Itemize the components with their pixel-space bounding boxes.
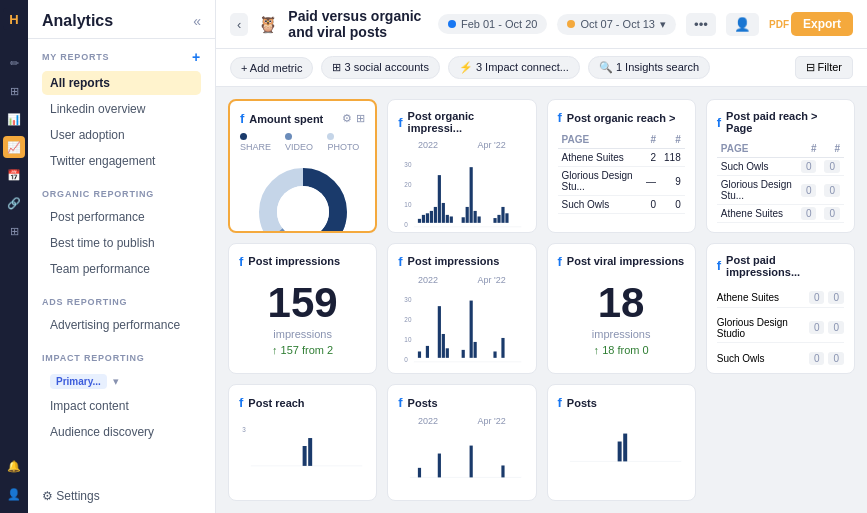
svg-rect-47: [418, 468, 421, 478]
card-posts-chart: f Posts 2022 Apr '22: [387, 384, 536, 501]
date-range-1[interactable]: Feb 01 - Oct 20: [438, 14, 547, 34]
add-report-btn[interactable]: +: [192, 49, 201, 65]
card-post-organic-reach: f Post organic reach > PAGE # # Athene S…: [547, 99, 696, 233]
svg-rect-33: [438, 306, 441, 358]
nav-link-icon[interactable]: 🔗: [3, 192, 25, 214]
col-hash2-header: #: [660, 131, 685, 149]
fb-icon-organic-reach: f: [558, 110, 562, 125]
page-title: Paid versus organic and viral posts: [288, 8, 428, 40]
svg-text:10: 10: [405, 201, 413, 208]
sidebar-item-twitter[interactable]: Twitter engagement: [42, 149, 201, 173]
card-amount-spent: f Amount spent ⚙ ⊞ SHARE VIDEO PHOTO: [228, 99, 377, 233]
date-dot-2: [567, 20, 575, 28]
impact-badge[interactable]: Primary...: [50, 374, 107, 389]
nav-user-icon[interactable]: 👤: [3, 483, 25, 505]
svg-rect-10: [426, 213, 429, 223]
imp-bar-chart-svg: 30 20 10 0: [398, 285, 525, 375]
sidebar-item-best-time[interactable]: Best time to publish: [42, 231, 201, 255]
card-posts-minimal: f Posts: [547, 384, 696, 501]
sidebar-item-linkedin[interactable]: Linkedin overview: [42, 97, 201, 121]
card-header-post-reach: f Post reach: [239, 395, 366, 410]
sidebar-item-ads-perf[interactable]: Advertising performance: [42, 313, 201, 337]
card-header-paid-imp: f Post paid impressions...: [717, 254, 844, 278]
brand-icon: H: [3, 8, 25, 30]
impressions-value: 159: [268, 282, 338, 324]
svg-rect-49: [470, 446, 473, 478]
viral-impressions-change: ↑ 18 from 0: [594, 344, 649, 356]
posts-chart-years: 2022 Apr '22: [398, 416, 525, 426]
chart-years: 2022 Apr '22: [398, 140, 525, 150]
sidebar-item-impact-content[interactable]: Impact content: [42, 394, 201, 418]
svg-text:30: 30: [405, 161, 413, 168]
paid-imp-rows: Athene Suites 00 Glorious Design Studio …: [717, 284, 844, 368]
sidebar-item-user-adoption[interactable]: User adoption: [42, 123, 201, 147]
add-metric-btn[interactable]: + Add metric: [230, 57, 313, 79]
svg-rect-32: [426, 345, 429, 357]
fb-icon-organic-imp: f: [398, 115, 402, 130]
expand-icon-amount-spent[interactable]: ⊞: [356, 112, 365, 125]
metrics-grid: f Amount spent ⚙ ⊞ SHARE VIDEO PHOTO: [216, 87, 867, 513]
svg-rect-35: [446, 348, 449, 358]
user-button[interactable]: 👤: [726, 13, 759, 36]
nav-apps-icon[interactable]: ⊞: [3, 220, 25, 242]
nav-grid-icon[interactable]: ⊞: [3, 80, 25, 102]
sidebar-item-team-perf[interactable]: Team performance: [42, 257, 201, 281]
svg-rect-50: [502, 465, 505, 477]
zero-badge-2b: 0: [828, 321, 844, 334]
back-button[interactable]: ‹: [230, 13, 248, 36]
bar-chart-svg: 30 20 10 0: [398, 150, 525, 233]
settings-link[interactable]: ⚙ Settings: [28, 479, 215, 513]
nav-compose-icon[interactable]: ✏: [3, 52, 25, 74]
zero-badge-1b: 0: [828, 291, 844, 304]
page-name: Athene Suites: [558, 149, 643, 167]
filter-button[interactable]: ⊟ Filter: [795, 56, 854, 79]
nav-chart-icon[interactable]: 📊: [3, 108, 25, 130]
table-row: Glorious Design Stu... 0 0: [717, 176, 844, 205]
svg-rect-34: [442, 333, 445, 357]
svg-rect-14: [442, 203, 445, 223]
page-name: Athene Suites: [717, 205, 797, 223]
col-page-header: PAGE: [558, 131, 643, 149]
svg-rect-37: [470, 300, 473, 357]
date-range-2[interactable]: Oct 07 - Oct 13 ▾: [557, 14, 676, 35]
val1: 0: [642, 196, 660, 214]
nav-bell-icon[interactable]: 🔔: [3, 455, 25, 477]
val2: 9: [660, 167, 685, 196]
table-row: Such Owls 0 0: [558, 196, 685, 214]
post-reach-chart: 3: [239, 416, 366, 490]
zero-badge: 0: [801, 184, 817, 197]
nav-calendar-icon[interactable]: 📅: [3, 164, 25, 186]
card-title-posts-minimal: Posts: [567, 397, 597, 409]
sidebar-collapse-btn[interactable]: «: [193, 13, 201, 29]
sidebar-item-post-perf[interactable]: Post performance: [42, 205, 201, 229]
zero-badge-3b: 0: [828, 352, 844, 365]
fb-icon-posts-minimal: f: [558, 395, 562, 410]
svg-rect-8: [418, 219, 421, 223]
svg-rect-17: [462, 217, 465, 223]
zero-badge: 0: [824, 160, 840, 173]
card-header-posts-minimal: f Posts: [558, 395, 685, 410]
card-title-paid-reach: Post paid reach > Page: [726, 110, 844, 134]
sidebar-item-audience[interactable]: Audience discovery: [42, 420, 201, 444]
sidebar: Analytics « MY REPORTS + All reports Lin…: [28, 0, 216, 513]
impact-connect-btn[interactable]: ⚡ 3 Impact connect...: [448, 56, 580, 79]
sidebar-item-all-reports[interactable]: All reports: [42, 71, 201, 95]
paid-imp-page-2: Glorious Design Studio: [717, 317, 809, 339]
svg-text:3: 3: [242, 426, 246, 433]
fb-icon-post-reach: f: [239, 395, 243, 410]
more-button[interactable]: •••: [686, 13, 716, 36]
post-reach-svg: 3: [239, 416, 366, 476]
section-ads-label: ADS REPORTING: [42, 297, 201, 307]
export-button[interactable]: Export: [791, 12, 853, 36]
posts-minimal-svg: [558, 416, 685, 471]
settings-icon-amount-spent[interactable]: ⚙: [342, 112, 352, 125]
col-hash2-header: #: [820, 140, 844, 158]
insights-search-btn[interactable]: 🔍 1 Insights search: [588, 56, 710, 79]
val1: 0: [797, 205, 821, 223]
posts-chart-svg: [398, 432, 525, 487]
date-dot-1: [448, 20, 456, 28]
social-accounts-btn[interactable]: ⊞ 3 social accounts: [321, 56, 439, 79]
impact-dropdown-icon[interactable]: ▾: [113, 375, 119, 388]
nav-analytics-icon[interactable]: 📈: [3, 136, 25, 158]
page-name: Glorious Design Stu...: [717, 176, 797, 205]
